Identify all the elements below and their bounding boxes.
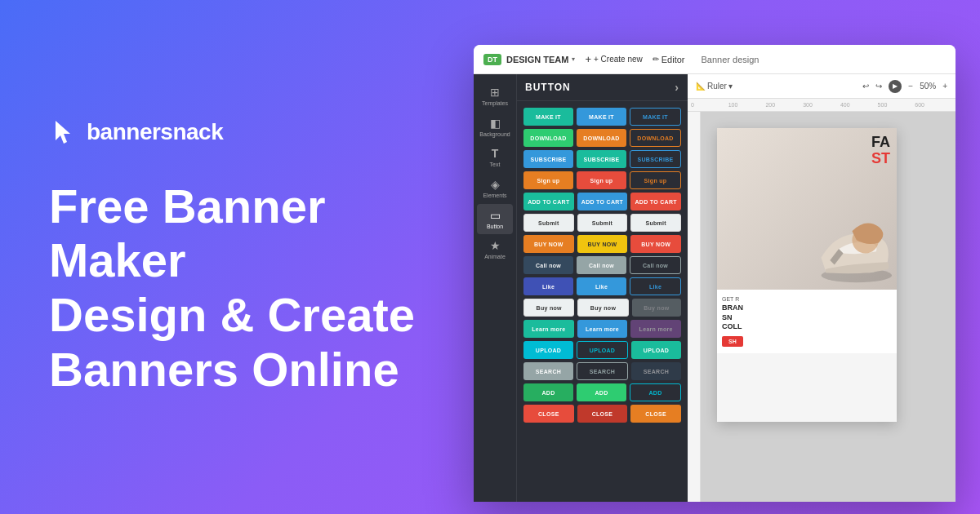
zoom-plus-button[interactable]: + [942, 82, 947, 91]
btn-make-it-blue[interactable]: MAKE IT [577, 108, 626, 126]
ruler-chevron: ▾ [728, 82, 733, 91]
buttons-panel-header: BUTTON › [517, 74, 688, 101]
banner-get-text: GET R [722, 296, 892, 302]
btn-buynow-red[interactable]: BUY NOW [630, 235, 681, 253]
btn-signup-outline[interactable]: Sign up [630, 171, 681, 189]
buttons-panel-title: BUTTON [525, 82, 571, 93]
ruler-toggle[interactable]: 📐 Ruler ▾ [696, 82, 733, 91]
btn-subscribe-outline[interactable]: SUBSCRIBE [630, 150, 681, 168]
canvas-workspace[interactable]: FA ST GET R BRAN SN COLL [701, 112, 956, 502]
btn-subscribe-blue[interactable]: SUBSCRIBE [523, 150, 573, 168]
btn-search-dark[interactable]: SEARCH [631, 362, 681, 380]
sidebar-item-templates[interactable]: ⊞ Templates [477, 81, 513, 112]
btn-make-it-outline[interactable]: MAKE IT [630, 108, 681, 126]
btn-row-learnmore: Learn more Learn more Learn more [523, 320, 681, 338]
page-background: bannersnack Free BannerMakerDesign & Cre… [0, 0, 980, 514]
btn-download-outline[interactable]: DOWNLOAD [630, 129, 681, 147]
btn-buynow-yellow[interactable]: BUY NOW [577, 235, 628, 253]
btn-upload-teal[interactable]: UPLOAD [631, 341, 681, 359]
btn-row-make-it: MAKE IT MAKE IT MAKE IT [523, 108, 681, 126]
btn-download-orange[interactable]: DOWNLOAD [577, 129, 626, 147]
dt-badge: DT [483, 54, 501, 65]
ruler-icon: 📐 [696, 82, 706, 91]
create-new-button[interactable]: + + Create new [585, 53, 642, 65]
btn-add-darkgreen[interactable]: ADD [523, 383, 573, 401]
editor-button[interactable]: ✏ Editor [653, 55, 685, 64]
plus-icon: + [585, 53, 591, 65]
buttons-panel: BUTTON › MAKE IT MAKE IT MAKE IT DOWNLOA… [516, 74, 688, 502]
btn-like-indigo[interactable]: Like [523, 277, 573, 295]
btn-row-signup: Sign up Sign up Sign up [523, 171, 681, 189]
btn-upload-cyan[interactable]: UPLOAD [523, 341, 573, 359]
vertical-ruler [688, 112, 701, 502]
btn-cart-teal[interactable]: ADD TO CART [523, 193, 574, 210]
ruler-marks: 0 100 200 300 400 500 600 [691, 102, 952, 108]
pencil-icon: ✏ [653, 55, 659, 64]
btn-like-blue[interactable]: Like [577, 277, 626, 295]
close-panel-button[interactable]: › [675, 81, 679, 94]
templates-icon: ⊞ [490, 86, 500, 99]
button-icon: ▭ [490, 209, 501, 222]
btn-row-upload: UPLOAD UPLOAD UPLOAD [523, 341, 681, 359]
canvas-toolbar: 📐 Ruler ▾ ↩ ↪ ▶ − 50% + [688, 74, 956, 99]
btn-submit-1[interactable]: Submit [523, 214, 574, 232]
btn-cart-blue[interactable]: ADD TO CART [577, 193, 628, 210]
zoom-minus-button[interactable]: − [908, 82, 913, 91]
btn-download-green[interactable]: DOWNLOAD [523, 129, 573, 147]
banner-preview: FA ST GET R BRAN SN COLL [717, 128, 897, 422]
btn-buynow2-light2[interactable]: Buy now [577, 299, 628, 317]
btn-row-buynow: BUY NOW BUY NOW BUY NOW [523, 235, 681, 253]
btn-callnow-outline[interactable]: Call now [630, 256, 681, 274]
btn-subscribe-teal[interactable]: SUBSCRIBE [577, 150, 626, 168]
sidebar-item-button[interactable]: ▭ Button [477, 204, 513, 235]
btn-learn-blue[interactable]: Learn more [577, 320, 628, 338]
text-icon: T [492, 147, 499, 160]
btn-add-green[interactable]: ADD [577, 383, 626, 401]
btn-learn-teal[interactable]: Learn more [523, 320, 574, 338]
btn-signup-orange[interactable]: Sign up [523, 171, 573, 189]
sidebar-item-background[interactable]: ◧ Background [477, 112, 513, 143]
btn-buynow2-gray[interactable]: Buy now [632, 299, 681, 317]
btn-learn-purple[interactable]: Learn more [630, 320, 681, 338]
btn-row-close: CLOSE CLOSE CLOSE [523, 405, 681, 423]
elements-icon: ◈ [491, 178, 500, 191]
canvas-main: FA ST GET R BRAN SN COLL [688, 112, 956, 502]
btn-make-it-teal[interactable]: MAKE IT [523, 108, 573, 126]
app-topbar: DT DESIGN TEAM ▾ + + Create new ✏ Editor… [474, 45, 956, 74]
btn-search-outline[interactable]: SEARCH [577, 362, 628, 380]
btn-callnow-gray[interactable]: Call now [577, 256, 626, 274]
btn-buynow-orange[interactable]: BUY NOW [523, 235, 574, 253]
animate-icon: ★ [490, 239, 501, 252]
canvas-area: 📐 Ruler ▾ ↩ ↪ ▶ − 50% + [688, 74, 956, 502]
btn-close-orange[interactable]: CLOSE [630, 405, 681, 423]
btn-submit-2[interactable]: Submit [577, 214, 628, 232]
redo-button[interactable]: ↪ [875, 82, 882, 91]
btn-upload-outline[interactable]: UPLOAD [577, 341, 628, 359]
btn-row-buynow2: Buy now Buy now Buy now [523, 299, 681, 317]
btn-like-outline[interactable]: Like [630, 277, 681, 295]
btn-add-outline[interactable]: ADD [630, 383, 681, 401]
logo: bannersnack [49, 117, 425, 147]
zoom-level: 50% [920, 82, 936, 91]
btn-close-red[interactable]: CLOSE [523, 405, 574, 423]
sidebar-item-text[interactable]: T Text [477, 142, 513, 173]
team-name: DESIGN TEAM [506, 55, 568, 64]
btn-submit-3[interactable]: Submit [630, 214, 681, 232]
sidebar-item-animate[interactable]: ★ Animate [477, 234, 513, 265]
chevron-down-icon: ▾ [572, 55, 575, 63]
btn-close-darkred[interactable]: CLOSE [577, 405, 628, 423]
btn-signup-red[interactable]: Sign up [577, 171, 626, 189]
sidebar-icons: ⊞ Templates ◧ Background T Text ◈ Elemen… [474, 74, 516, 502]
app-window: DT DESIGN TEAM ▾ + + Create new ✏ Editor… [474, 45, 956, 502]
undo-button[interactable]: ↩ [862, 82, 869, 91]
banner-text-area: GET R BRAN SN COLL SH [717, 290, 897, 353]
left-panel: bannersnack Free BannerMakerDesign & Cre… [0, 69, 474, 446]
sidebar-item-elements[interactable]: ◈ Elements [477, 173, 513, 204]
btn-callnow-dark[interactable]: Call now [523, 256, 573, 274]
btn-buynow2-light1[interactable]: Buy now [523, 299, 574, 317]
logo-text: bannersnack [87, 119, 223, 145]
btn-cart-red[interactable]: ADD TO CART [630, 193, 681, 210]
play-button[interactable]: ▶ [889, 80, 902, 93]
banner-st-text: ST [871, 151, 890, 166]
btn-search-gray[interactable]: SEARCH [523, 362, 573, 380]
